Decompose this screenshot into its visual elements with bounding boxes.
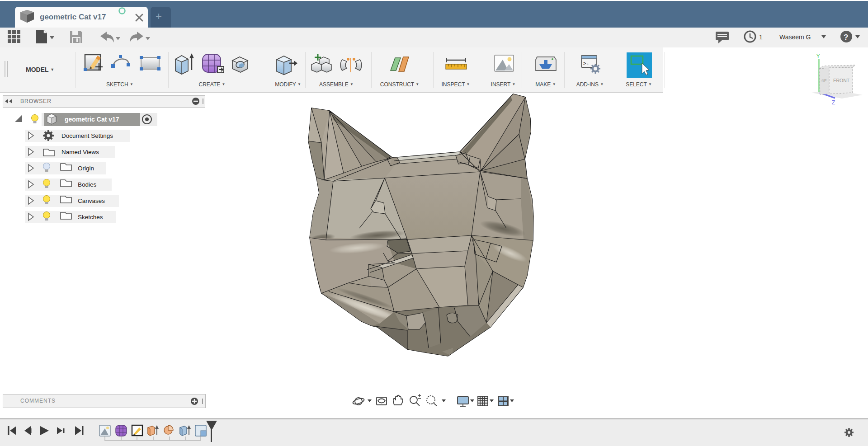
svg-text:Y: Y [816,53,820,59]
svg-text:Z: Z [832,99,835,106]
svg-text:geometric Cat v17: geometric Cat v17 [65,116,119,123]
svg-text:Named Views: Named Views [61,149,99,155]
svg-text:Origin: Origin [78,165,94,172]
svg-text:?: ? [844,33,848,42]
svg-text:Waseem G: Waseem G [779,33,811,41]
svg-text:⍾F: ⍾F [821,78,827,83]
svg-text:FRONT: FRONT [833,78,850,83]
svg-text:Document Settings: Document Settings [61,132,113,139]
svg-text:1: 1 [759,33,763,41]
svg-text:Sketches: Sketches [78,214,103,221]
svg-text:Bodies: Bodies [78,181,97,188]
svg-text:Canvases: Canvases [78,197,105,204]
